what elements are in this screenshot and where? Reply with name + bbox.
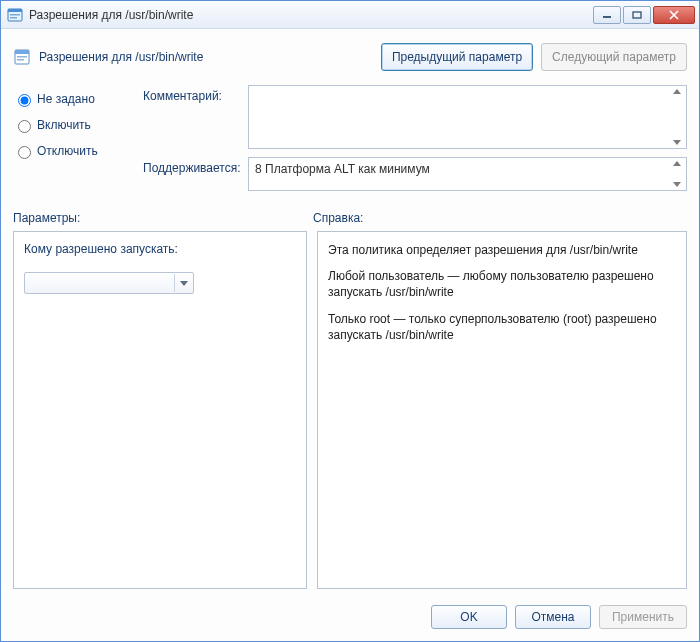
- radio-not-configured-label: Не задано: [37, 92, 95, 106]
- who-allowed-label: Кому разрешено запускать:: [24, 242, 296, 256]
- comment-label: Комментарий:: [143, 85, 248, 149]
- radio-not-configured[interactable]: Не задано: [13, 91, 143, 107]
- supported-row: Поддерживается: 8 Платформа ALT как мини…: [143, 157, 687, 191]
- previous-button-label: Предыдущий параметр: [392, 50, 522, 64]
- footer: OK Отмена Применить: [11, 595, 689, 631]
- supported-box: 8 Платформа ALT как минимум: [248, 157, 687, 191]
- radio-enabled[interactable]: Включить: [13, 117, 143, 133]
- comment-scrollbar[interactable]: [670, 88, 684, 146]
- window-title: Разрешения для /usr/bin/write: [29, 8, 593, 22]
- section-labels: Параметры: Справка:: [11, 209, 689, 231]
- params-section-label: Параметры:: [13, 211, 313, 225]
- scroll-up-icon: [673, 89, 681, 94]
- svg-rect-4: [603, 16, 611, 18]
- app-icon: [7, 7, 23, 23]
- radio-disabled-input[interactable]: [18, 146, 31, 159]
- supported-label: Поддерживается:: [143, 157, 248, 191]
- header-row: Разрешения для /usr/bin/write Предыдущий…: [11, 37, 689, 85]
- next-button-label: Следующий параметр: [552, 50, 676, 64]
- scroll-down-icon: [673, 182, 681, 187]
- scroll-up-icon: [673, 161, 681, 166]
- next-button: Следующий параметр: [541, 43, 687, 71]
- help-section-label: Справка:: [313, 211, 687, 225]
- svg-rect-5: [633, 12, 641, 18]
- chevron-down-icon: [180, 281, 188, 286]
- apply-button: Применить: [599, 605, 687, 629]
- scroll-down-icon: [673, 140, 681, 145]
- help-panel: Эта политика определяет разрешения для /…: [317, 231, 687, 589]
- maximize-button[interactable]: [623, 6, 651, 24]
- cancel-button-label: Отмена: [531, 610, 574, 624]
- ok-button-label: OK: [460, 610, 477, 624]
- radio-disabled[interactable]: Отключить: [13, 143, 143, 159]
- help-p2: Любой пользователь — любому пользователю…: [328, 268, 676, 300]
- cancel-button[interactable]: Отмена: [515, 605, 591, 629]
- minimize-button[interactable]: [593, 6, 621, 24]
- svg-rect-2: [10, 14, 20, 16]
- help-text: Эта политика определяет разрешения для /…: [328, 242, 676, 343]
- who-allowed-combo[interactable]: [24, 272, 194, 294]
- fields-section: Комментарий: Поддерживается: 8 Платформа…: [143, 85, 687, 199]
- window-buttons: [593, 6, 695, 24]
- radio-disabled-label: Отключить: [37, 144, 98, 158]
- state-radios: Не задано Включить Отключить: [13, 85, 143, 199]
- close-button[interactable]: [653, 6, 695, 24]
- combo-arrow-button[interactable]: [174, 274, 192, 292]
- help-p3: Только root — только суперпользователю (…: [328, 311, 676, 343]
- dialog-window: Разрешения для /usr/bin/write: [0, 0, 700, 642]
- svg-rect-1: [8, 9, 22, 12]
- middle-section: Не задано Включить Отключить Комментарий…: [11, 85, 689, 209]
- svg-rect-7: [15, 50, 29, 54]
- svg-rect-8: [17, 56, 27, 58]
- radio-not-configured-input[interactable]: [18, 94, 31, 107]
- dialog-content: Разрешения для /usr/bin/write Предыдущий…: [1, 29, 699, 641]
- policy-icon: [13, 48, 31, 66]
- header-title: Разрешения для /usr/bin/write: [39, 50, 373, 64]
- previous-button[interactable]: Предыдущий параметр: [381, 43, 533, 71]
- svg-rect-9: [17, 59, 24, 61]
- radio-enabled-label: Включить: [37, 118, 91, 132]
- svg-rect-3: [10, 17, 17, 19]
- comment-row: Комментарий:: [143, 85, 687, 149]
- params-panel: Кому разрешено запускать:: [13, 231, 307, 589]
- titlebar: Разрешения для /usr/bin/write: [1, 1, 699, 29]
- supported-scrollbar[interactable]: [670, 160, 684, 188]
- ok-button[interactable]: OK: [431, 605, 507, 629]
- supported-value: 8 Платформа ALT как минимум: [255, 162, 430, 176]
- panels: Кому разрешено запускать: Эта политика о…: [11, 231, 689, 589]
- radio-enabled-input[interactable]: [18, 120, 31, 133]
- apply-button-label: Применить: [612, 610, 674, 624]
- comment-input[interactable]: [248, 85, 687, 149]
- help-p1: Эта политика определяет разрешения для /…: [328, 242, 676, 258]
